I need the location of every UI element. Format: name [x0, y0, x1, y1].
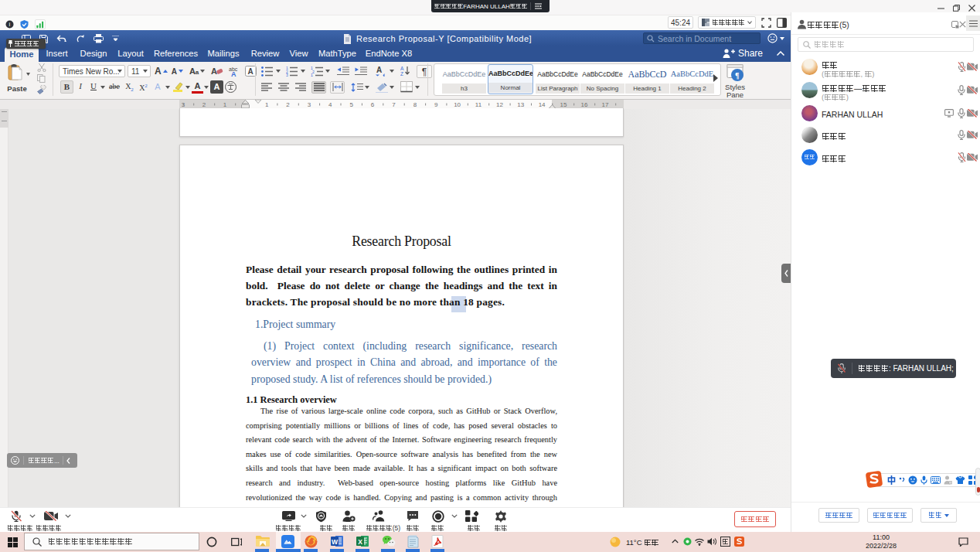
- svg-text:W: W: [332, 538, 339, 546]
- svg-text:1: 1: [223, 101, 227, 108]
- svg-text:i: i: [9, 21, 11, 28]
- svg-text:3: 3: [308, 101, 311, 108]
- svg-text:A: A: [211, 66, 217, 76]
- svg-text:14: 14: [539, 101, 546, 108]
- svg-text:9: 9: [434, 101, 438, 108]
- svg-text:A: A: [231, 70, 236, 77]
- svg-text:A: A: [376, 66, 382, 74]
- svg-text:12: 12: [496, 101, 503, 108]
- svg-text:11: 11: [475, 101, 482, 108]
- svg-text:10: 10: [454, 101, 461, 108]
- svg-text:3: 3: [286, 73, 288, 77]
- svg-text:¶: ¶: [735, 71, 739, 80]
- svg-text:6: 6: [371, 101, 375, 108]
- svg-text:13: 13: [517, 101, 524, 108]
- svg-text:4: 4: [328, 101, 332, 108]
- svg-text:15: 15: [560, 101, 567, 108]
- svg-text:1: 1: [311, 73, 313, 77]
- svg-text:2: 2: [202, 101, 206, 108]
- svg-text:A: A: [400, 66, 404, 71]
- svg-text:8: 8: [413, 101, 417, 108]
- svg-text:1: 1: [265, 101, 269, 108]
- svg-text:Z: Z: [400, 71, 403, 77]
- svg-text:2: 2: [286, 101, 290, 108]
- svg-text:7: 7: [392, 101, 396, 108]
- svg-text:X: X: [358, 538, 362, 546]
- svg-text:A: A: [248, 67, 254, 76]
- svg-text:17: 17: [602, 101, 609, 108]
- svg-text:5: 5: [349, 101, 353, 108]
- svg-text:16: 16: [581, 101, 588, 108]
